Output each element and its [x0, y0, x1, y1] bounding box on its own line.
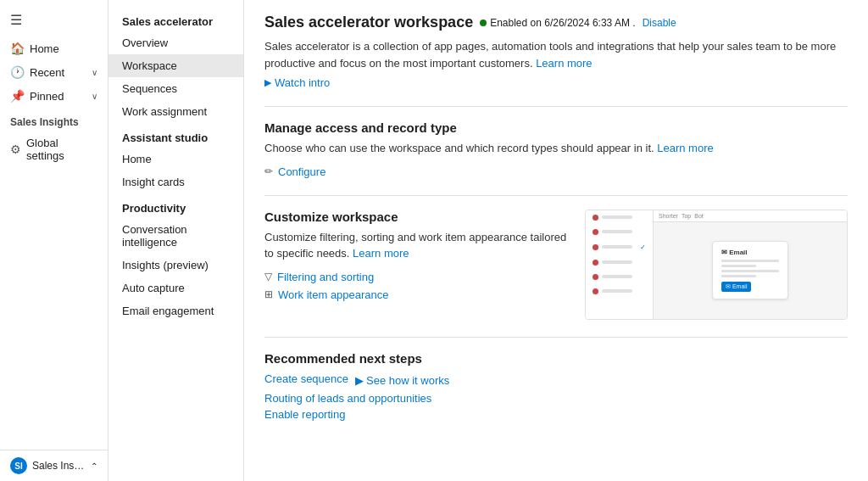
preview-dot	[593, 274, 598, 280]
nav-bottom-label: Sales Insights sett...	[32, 460, 86, 472]
configure-action[interactable]: ✏ Configure	[264, 165, 848, 178]
preview-card-panel: ✉ Email ✉ Email	[654, 222, 847, 319]
preview-dot	[593, 229, 598, 235]
work-item-appearance-action[interactable]: ⊞ Work item appearance	[264, 288, 571, 301]
preview-line	[602, 275, 632, 278]
status-dot-enabled	[480, 20, 487, 26]
chevron-down-icon: ∨	[92, 68, 97, 77]
customize-workspace-layout: Customize workspace Customize filtering,…	[264, 210, 848, 320]
manage-access-section: Manage access and record type Choose who…	[264, 106, 848, 178]
main-content: Sales accelerator workspace Enabled on 6…	[244, 0, 868, 481]
nav-recent-label: Recent	[30, 66, 64, 79]
manage-access-title: Manage access and record type	[264, 120, 848, 135]
customize-preview: ✓ Shorter	[585, 210, 848, 320]
assistant-studio-section-label: Assistant studio	[108, 123, 243, 148]
preview-list-panel: ✓	[586, 210, 654, 319]
page-title: Sales accelerator workspace	[264, 14, 473, 31]
customize-learn-more-link[interactable]: Learn more	[353, 247, 409, 260]
edit-icon: ✏	[264, 165, 273, 177]
description-learn-more-link[interactable]: Learn more	[536, 57, 592, 70]
customize-workspace-section: Customize workspace Customize filtering,…	[264, 195, 848, 320]
nav-item-home[interactable]: 🏠 Home	[0, 36, 108, 60]
hamburger-menu[interactable]: ☰	[0, 7, 108, 36]
preview-dot	[593, 288, 598, 294]
filter-icon: ▽	[264, 271, 272, 282]
sales-accelerator-section-label: Sales accelerator	[108, 7, 243, 31]
manage-access-learn-more-link[interactable]: Learn more	[657, 142, 713, 154]
pin-icon: 📌	[10, 89, 25, 103]
preview-email-card: ✉ Email ✉ Email	[712, 241, 788, 299]
sidebar-item-conversation-intelligence[interactable]: Conversation intelligence	[108, 218, 243, 254]
filtering-sorting-action[interactable]: ▽ Filtering and sorting	[264, 271, 571, 283]
recommended-steps-title: Recommended next steps	[264, 351, 848, 366]
preview-dot	[593, 244, 598, 250]
routing-link[interactable]: Routing of leads and opportunities	[264, 392, 848, 405]
preview-dot	[593, 215, 598, 221]
home-icon: 🏠	[10, 42, 25, 55]
preview-header-bar: Shorter Top Bot	[654, 210, 847, 222]
chevron-down-icon: ∨	[92, 92, 97, 101]
sidebar-item-insight-cards[interactable]: Insight cards	[108, 171, 243, 193]
sidebar: Sales accelerator Overview Workspace Seq…	[108, 0, 244, 481]
sidebar-item-home-assistant[interactable]: Home	[108, 148, 243, 171]
sidebar-item-insights-preview[interactable]: Insights (preview)	[108, 254, 243, 277]
productivity-section-label: Productivity	[108, 193, 243, 218]
table-icon: ⊞	[264, 288, 273, 300]
manage-access-desc: Choose who can use the workspace and whi…	[264, 140, 841, 157]
watch-intro-link[interactable]: ▶ Watch intro	[264, 76, 848, 89]
play-icon-small: ▶	[355, 374, 364, 387]
preview-line	[602, 260, 632, 264]
recent-icon: 🕐	[10, 65, 25, 79]
nav-item-global-settings[interactable]: ⚙ Global settings	[0, 131, 108, 167]
sidebar-item-work-assignment[interactable]: Work assignment	[108, 100, 243, 123]
play-icon: ▶	[264, 77, 271, 88]
sidebar-item-workspace[interactable]: Workspace	[108, 54, 243, 77]
page-description: Sales accelerator is a collection of app…	[264, 38, 848, 71]
sidebar-item-email-engagement[interactable]: Email engagement	[108, 299, 243, 322]
disable-link[interactable]: Disable	[643, 17, 676, 29]
nav-pinned-label: Pinned	[30, 90, 64, 103]
nav-bottom-account[interactable]: SI Sales Insights sett... ⌃	[0, 450, 108, 481]
sidebar-item-sequences[interactable]: Sequences	[108, 77, 243, 100]
sidebar-item-overview[interactable]: Overview	[108, 31, 243, 54]
nav-global-settings-label: Global settings	[26, 137, 97, 162]
step-row-create-sequence: Create sequence ▶ See how it works	[264, 372, 848, 389]
preview-line	[602, 230, 632, 233]
status-badge: Enabled on 6/26/2024 6:33 AM .	[480, 17, 635, 29]
left-nav: ☰ 🏠 Home 🕐 Recent ∨ 📌 Pinned ∨ Sales Ins…	[0, 0, 108, 481]
preview-dot	[593, 260, 598, 266]
sales-insights-section-label: Sales Insights	[0, 108, 108, 131]
see-how-link[interactable]: ▶ See how it works	[355, 374, 449, 387]
preview-line	[602, 245, 632, 249]
page-header: Sales accelerator workspace Enabled on 6…	[264, 14, 848, 31]
preview-line	[602, 289, 632, 293]
customize-workspace-content: Customize workspace Customize filtering,…	[264, 210, 571, 306]
enable-reporting-link[interactable]: Enable reporting	[264, 408, 848, 421]
sidebar-item-auto-capture[interactable]: Auto capture	[108, 277, 243, 299]
gear-icon: ⚙	[10, 143, 21, 156]
nav-item-recent[interactable]: 🕐 Recent ∨	[0, 60, 108, 84]
customize-workspace-desc: Customize filtering, sorting and work it…	[264, 229, 571, 262]
status-text: Enabled on 6/26/2024 6:33 AM .	[490, 17, 635, 29]
recommended-steps-section: Recommended next steps Create sequence ▶…	[264, 337, 848, 421]
preview-line	[602, 215, 632, 219]
nav-item-pinned[interactable]: 📌 Pinned ∨	[0, 84, 108, 108]
nav-home-label: Home	[30, 42, 59, 55]
customize-workspace-title: Customize workspace	[264, 210, 571, 224]
avatar: SI	[10, 457, 27, 474]
chevron-up-icon: ⌃	[91, 461, 97, 471]
create-sequence-link[interactable]: Create sequence	[264, 372, 348, 385]
